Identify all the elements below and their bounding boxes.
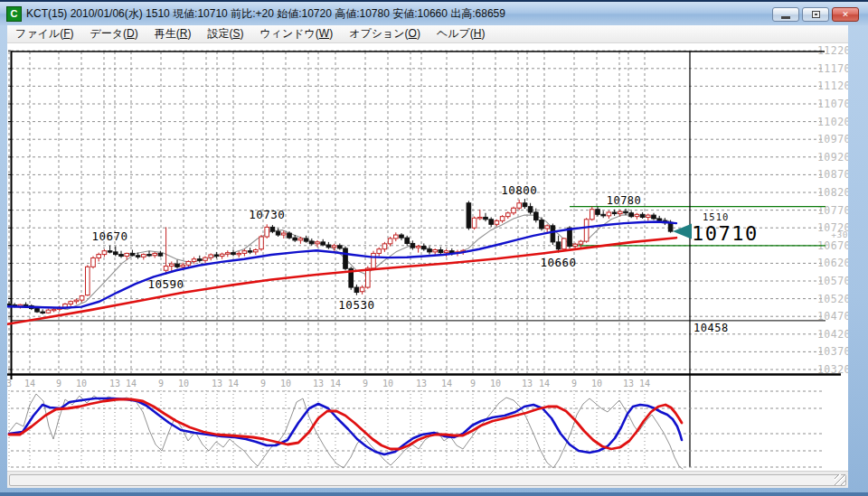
chart-area[interactable]: 1032010370104201047010520105701062010670… (7, 43, 848, 471)
title-bar[interactable]: C KCT(15) 2010/01/06(水) 1510 現値:10710 前比… (0, 0, 868, 25)
minimize-button[interactable] (772, 7, 799, 22)
svg-text:9: 9 (158, 379, 164, 388)
svg-text:10: 10 (76, 379, 87, 388)
svg-text:11220: 11220 (817, 44, 848, 57)
window-controls: ✕ (772, 7, 859, 22)
svg-text:14: 14 (441, 379, 452, 388)
svg-text:1510: 1510 (703, 211, 729, 222)
svg-text:10780: 10780 (607, 194, 642, 207)
svg-text:9: 9 (470, 379, 476, 388)
chart-canvas[interactable]: 1032010370104201047010520105701062010670… (7, 43, 848, 471)
svg-text:14: 14 (639, 379, 650, 388)
svg-text:10: 10 (178, 379, 189, 388)
svg-text:9: 9 (56, 379, 61, 388)
svg-text:13: 13 (522, 379, 533, 388)
minimize-icon (781, 16, 790, 19)
svg-text:10520: 10520 (817, 293, 848, 305)
menu-item-w[interactable]: ウィンドウ(W) (251, 24, 341, 43)
menu-item-h[interactable]: ヘルプ(H) (429, 24, 494, 43)
svg-text:10770: 10770 (817, 204, 848, 217)
svg-text:+30: +30 (831, 229, 848, 239)
restore-button[interactable] (802, 7, 829, 22)
svg-text:10670: 10670 (92, 229, 128, 243)
svg-text:10920: 10920 (817, 151, 848, 164)
svg-text:10570: 10570 (817, 275, 848, 287)
svg-text:9: 9 (260, 379, 266, 388)
resize-grip-icon[interactable] (835, 474, 845, 485)
svg-text:11020: 11020 (817, 116, 848, 128)
svg-text:9: 9 (363, 379, 368, 388)
status-message (9, 474, 846, 486)
menu-item-d[interactable]: データ(D) (81, 24, 146, 43)
svg-text:14: 14 (24, 379, 35, 388)
menu-item-s[interactable]: 設定(S) (199, 24, 251, 43)
svg-text:10: 10 (591, 379, 602, 388)
svg-text:10620: 10620 (817, 257, 848, 269)
svg-text:10970: 10970 (817, 133, 848, 145)
svg-text:10370: 10370 (817, 345, 848, 358)
menu-item-r[interactable]: 再生(R) (146, 24, 200, 43)
menu-item-f[interactable]: ファイル(F) (7, 24, 81, 43)
close-icon[interactable]: ✕ (832, 7, 859, 22)
svg-text:3: 3 (7, 379, 12, 388)
svg-text:11070: 11070 (817, 98, 848, 110)
app-icon: C (6, 6, 22, 22)
svg-text:13: 13 (623, 379, 634, 388)
svg-text:10660: 10660 (541, 256, 577, 269)
svg-text:10530: 10530 (338, 298, 374, 312)
svg-text:10730: 10730 (249, 208, 285, 221)
svg-text:11120: 11120 (817, 80, 848, 92)
svg-text:11170: 11170 (817, 62, 848, 75)
window-title: KCT(15) 2010/01/06(水) 1510 現値:10710 前比:+… (26, 6, 505, 22)
svg-text:13: 13 (416, 379, 427, 388)
restore-icon (812, 11, 820, 18)
menu-bar: ファイル(F)データ(D)再生(R)設定(S)ウィンドウ(W)オプション(O)ヘ… (7, 25, 848, 43)
svg-text:10: 10 (490, 379, 501, 388)
svg-text:13: 13 (212, 379, 222, 388)
menu-item-o[interactable]: オプション(O) (341, 24, 429, 43)
svg-text:10820: 10820 (817, 186, 848, 199)
svg-text:14: 14 (330, 379, 341, 388)
svg-text:10870: 10870 (817, 168, 848, 181)
svg-text:10458: 10458 (693, 322, 729, 334)
svg-text:13: 13 (313, 379, 324, 388)
svg-text:10: 10 (280, 379, 291, 388)
svg-text:10710: 10710 (692, 222, 759, 245)
svg-text:10: 10 (382, 379, 393, 388)
svg-text:14: 14 (228, 379, 239, 388)
svg-text:10800: 10800 (501, 183, 537, 197)
svg-text:9: 9 (571, 379, 577, 388)
status-bar (7, 471, 848, 488)
svg-text:14: 14 (539, 379, 550, 388)
svg-text:10590: 10590 (148, 277, 184, 291)
svg-text:13: 13 (109, 379, 120, 388)
window-border (0, 492, 868, 496)
svg-text:10420: 10420 (817, 328, 848, 341)
svg-text:14: 14 (126, 379, 137, 388)
